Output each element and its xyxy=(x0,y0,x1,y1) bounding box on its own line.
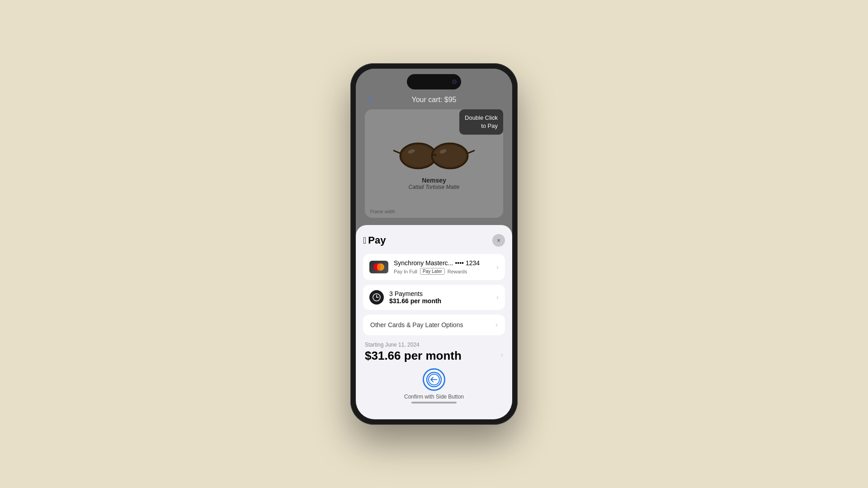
payment-info: 3 Payments $31.66 per month xyxy=(389,290,493,305)
apple-pay-header:  Pay × xyxy=(363,234,505,247)
other-cards-label: Other Cards & Pay Later Options xyxy=(370,321,492,328)
starting-label: Starting June 11, 2024 xyxy=(365,342,497,348)
double-click-overlay: Double Click to Pay xyxy=(459,109,503,135)
card-option[interactable]: Synchrony Masterc... •••• 1234 Pay In Fu… xyxy=(363,254,505,280)
cart-header: Your cart: $95 xyxy=(411,96,456,104)
svg-point-3 xyxy=(434,145,466,167)
card-icon xyxy=(369,261,388,273)
confirm-icon xyxy=(423,368,445,391)
sheet-close-button[interactable]: × xyxy=(492,234,505,247)
starting-amount: $31.66 per month xyxy=(365,349,497,363)
tag-pay-later-badge: Pay Later xyxy=(420,268,445,275)
apple-logo-icon:  xyxy=(363,235,366,246)
svg-point-1 xyxy=(402,145,434,167)
starting-section: Starting June 11, 2024 $31.66 per month … xyxy=(363,340,505,363)
svg-line-4 xyxy=(393,150,400,153)
apple-pay-logo:  Pay xyxy=(363,235,386,246)
payment-amount: $31.66 per month xyxy=(389,297,493,305)
confirm-area: Confirm with Side Button xyxy=(363,363,505,410)
tag-rewards: Rewards xyxy=(448,269,467,274)
card-name: Synchrony Masterc... •••• 1234 xyxy=(394,259,493,267)
phone-screen: × Your cart: $95 × xyxy=(356,69,512,419)
svg-point-10 xyxy=(377,263,381,271)
card-info: Synchrony Masterc... •••• 1234 Pay In Fu… xyxy=(394,259,493,275)
payment-icon xyxy=(369,290,384,305)
apple-pay-text: Pay xyxy=(368,235,386,246)
dynamic-island xyxy=(407,74,461,89)
other-cards-chevron: › xyxy=(495,321,498,329)
payment-title: 3 Payments xyxy=(389,290,493,297)
tag-pay-in-full: Pay In Full xyxy=(394,269,417,274)
close-button[interactable]: × xyxy=(367,94,373,106)
sheet-close-icon: × xyxy=(497,237,500,244)
starting-info: Starting June 11, 2024 $31.66 per month xyxy=(365,342,497,363)
confirm-label: Confirm with Side Button xyxy=(404,394,464,400)
home-bar xyxy=(411,402,457,404)
other-cards-option[interactable]: Other Cards & Pay Later Options › xyxy=(363,314,505,335)
payment-option[interactable]: 3 Payments $31.66 per month › xyxy=(363,285,505,310)
sunglasses-image xyxy=(393,137,475,173)
svg-line-5 xyxy=(468,150,475,153)
payment-chevron: › xyxy=(496,293,499,301)
phone-device: × Your cart: $95 × xyxy=(350,63,518,425)
camera-dot xyxy=(452,80,457,84)
product-variant: Cattail Tortoise Matte xyxy=(409,184,460,190)
frame-label: Frame width xyxy=(370,209,395,214)
product-name: Nemsey xyxy=(422,177,446,184)
close-icon: × xyxy=(367,94,373,105)
card-tags: Pay In Full Pay Later Rewards xyxy=(394,268,493,275)
apple-pay-sheet:  Pay × S xyxy=(356,225,512,419)
starting-chevron: › xyxy=(501,351,503,359)
card-chevron: › xyxy=(496,263,499,271)
